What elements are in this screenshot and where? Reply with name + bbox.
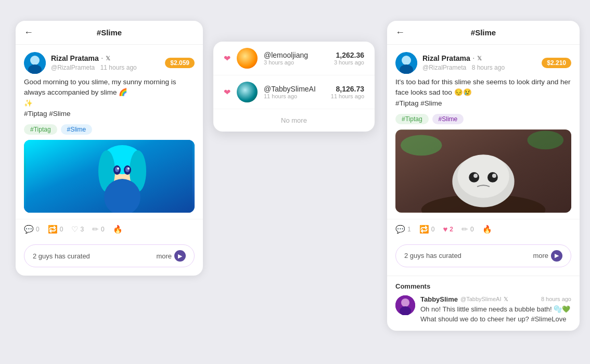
right-tag-slime[interactable]: #Slime (432, 114, 464, 124)
svg-point-22 (469, 172, 479, 183)
right-user-name: Rizal Pratama (422, 54, 470, 62)
left-action-like[interactable]: ♡ 3 (71, 225, 84, 234)
dropdown-amount-time-2: 11 hours ago (331, 93, 364, 99)
dropdown-item-1[interactable]: ❤ @lemooljiang 3 hours ago 1,262.36 3 ho… (213, 42, 375, 75)
svg-point-23 (488, 172, 498, 183)
right-user-handle: @RizalPrameta (422, 64, 466, 71)
left-action-repost[interactable]: 🔁 0 (48, 225, 63, 234)
right-back-arrow[interactable]: ← (395, 27, 405, 38)
right-more-label: more (533, 252, 548, 259)
left-curated-text: 2 guys has curated (33, 252, 90, 260)
right-card-header: ← #Slime (387, 21, 580, 45)
right-repost-icon: 🔁 (419, 225, 429, 234)
left-actions-row: 💬 0 🔁 0 ♡ 3 ✏ 0 🔥 (16, 219, 203, 239)
comment-row-1: TabbySlime @TabbySlimeAI 𝕏 8 hours ago O… (395, 295, 571, 324)
right-action-fire[interactable]: 🔥 (482, 225, 492, 234)
left-anime-art (24, 140, 195, 213)
left-user-x: 𝕏 (106, 55, 110, 62)
left-user-avatar (24, 52, 46, 74)
dropdown-handle-1: @lemooljiang (264, 51, 328, 59)
left-user-handle: @RizalPrameta (51, 64, 95, 71)
left-post-text: Good morning to you slime, my sunny morn… (24, 77, 195, 119)
svg-point-16 (402, 56, 411, 65)
right-more-circle: ▶ (551, 250, 562, 262)
right-user-dot: · (473, 55, 474, 61)
comment-icon: 💬 (24, 225, 34, 234)
right-post-text: It's too bad for this slime she seems to… (395, 77, 571, 109)
middle-dropdown-card: ❤ @lemooljiang 3 hours ago 1,262.36 3 ho… (213, 42, 375, 132)
left-action-edit[interactable]: ✏ 0 (92, 225, 105, 234)
left-action-fire[interactable]: 🔥 (113, 225, 123, 234)
fire-icon: 🔥 (113, 225, 123, 234)
left-post-image (24, 140, 195, 213)
dropdown-handle-2: @TabbySlimeAI (264, 85, 325, 93)
comment-time-1: 8 hours ago (541, 296, 571, 302)
dropdown-heart-2: ❤ (224, 87, 230, 97)
repost-icon: 🔁 (48, 225, 58, 234)
dropdown-amount-value-1: 1,262.36 (334, 51, 364, 59)
left-back-arrow[interactable]: ← (24, 27, 33, 38)
right-card: ← #Slime Rizal Pratama · 𝕏 (387, 21, 580, 331)
right-user-avatar (395, 52, 417, 74)
right-action-edit[interactable]: ✏ 0 (461, 225, 474, 234)
dropdown-time-2: 11 hours ago (264, 93, 325, 99)
left-user-name: Rizal Pratama (51, 54, 99, 62)
right-post-body: Rizal Pratama · 𝕏 @RizalPrameta 8 hours … (387, 45, 580, 213)
like-icon: ♡ (71, 225, 78, 234)
right-action-repost[interactable]: 🔁 0 (419, 225, 435, 234)
dropdown-avatar-2 (237, 82, 258, 102)
no-more-label: No more (213, 109, 375, 132)
comment-x-1: 𝕏 (504, 296, 508, 303)
left-more-btn[interactable]: more ▶ (156, 250, 186, 262)
right-tag-tiptag[interactable]: #Tiptag (395, 114, 429, 124)
right-actions-row: 💬 1 🔁 0 ♥ 2 ✏ 0 🔥 (387, 219, 580, 239)
comment-content-1: TabbySlime @TabbySlimeAI 𝕏 8 hours ago O… (420, 295, 571, 324)
left-user-dot: · (101, 55, 103, 61)
left-more-label: more (156, 252, 172, 260)
left-tag-tiptag[interactable]: #Tiptag (24, 124, 57, 135)
right-curated-text: 2 guys has curated (404, 252, 461, 259)
left-like-count: 3 (80, 226, 84, 233)
right-like-count: 2 (450, 226, 453, 233)
left-more-circle: ▶ (174, 250, 186, 262)
right-repost-count: 0 (431, 226, 435, 233)
right-comments-section: Comments TabbySlime @TabbySlimeAI 𝕏 (387, 276, 580, 331)
dropdown-time-1: 3 hours ago (264, 59, 328, 66)
dropdown-item-2[interactable]: ❤ @TabbySlimeAI 11 hours ago 8,126.73 11… (213, 75, 375, 109)
svg-point-25 (492, 174, 496, 178)
svg-point-27 (528, 131, 564, 149)
svg-point-29 (401, 298, 409, 307)
comment-name-1: TabbySlime (420, 295, 458, 303)
right-tags-row: #Tiptag #Slime (395, 114, 571, 124)
edit-icon: ✏ (92, 225, 99, 234)
right-more-btn[interactable]: more ▶ (533, 250, 562, 262)
comment-name-row-1: TabbySlime @TabbySlimeAI 𝕏 (420, 295, 508, 303)
comment-header-1: TabbySlime @TabbySlimeAI 𝕏 8 hours ago (420, 295, 571, 303)
left-card-title: #Slime (97, 28, 122, 37)
svg-point-13 (127, 167, 130, 170)
svg-point-24 (473, 174, 478, 178)
right-slime-image (395, 129, 571, 213)
right-action-like[interactable]: ♥ 2 (443, 225, 453, 233)
left-action-comment[interactable]: 💬 0 (24, 225, 40, 234)
dropdown-amount-1: 1,262.36 3 hours ago (334, 51, 364, 66)
right-user-x: 𝕏 (477, 55, 482, 62)
comment-avatar-1 (395, 295, 415, 315)
right-card-title: #Slime (471, 28, 496, 37)
svg-point-21 (457, 154, 509, 198)
dropdown-user-info-2: @TabbySlimeAI 11 hours ago (264, 85, 325, 99)
right-time-ago: 8 hours ago (472, 64, 505, 71)
left-price-badge: $2.059 (165, 58, 195, 68)
comment-handle-1: @TabbySlimeAI (460, 296, 501, 302)
left-time-ago: 11 hours ago (100, 64, 137, 71)
left-edit-count: 0 (101, 226, 105, 233)
right-comment-icon: 💬 (395, 225, 405, 234)
right-edit-icon: ✏ (461, 225, 468, 234)
left-tag-slime[interactable]: #Slime (61, 124, 93, 135)
right-edit-count: 0 (470, 226, 474, 233)
right-action-comment[interactable]: 💬 1 (395, 225, 411, 234)
right-price-badge: $2.210 (542, 58, 571, 68)
right-like-icon: ♥ (443, 225, 447, 233)
left-post-body: Rizal Pratama · 𝕏 @RizalPrameta 11 hours… (16, 45, 203, 213)
dropdown-user-info-1: @lemooljiang 3 hours ago (264, 51, 328, 66)
